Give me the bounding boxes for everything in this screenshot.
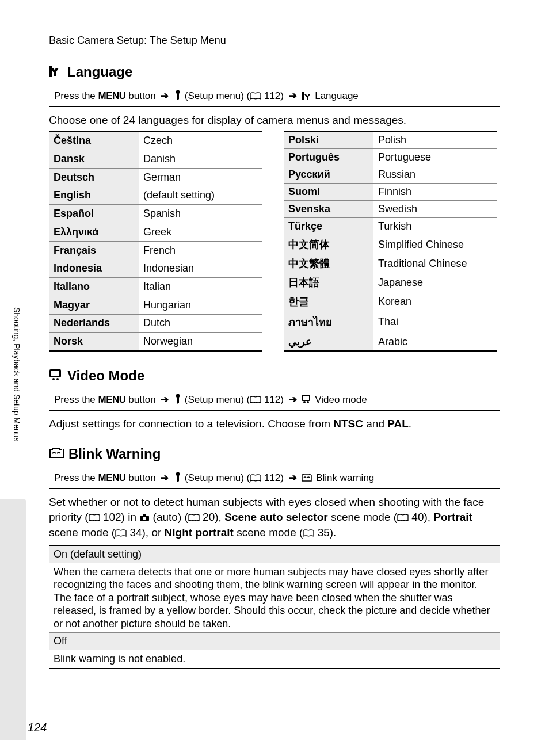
blink-path: Press the MENU button ➔ (Setup menu) ( 1…: [49, 469, 500, 489]
menu-button-label: MENU: [98, 394, 126, 405]
language-heading: Language: [49, 64, 500, 81]
ref: 35: [318, 526, 330, 539]
arrow-icon: ➔: [289, 90, 297, 101]
video-ntsc: NTSC: [333, 418, 363, 430]
blink-text: scene mode (: [328, 511, 397, 523]
lang-english: Polish: [373, 131, 497, 149]
lang-native: Polski: [284, 131, 373, 149]
language-description: Choose one of 24 languages for display o…: [49, 113, 500, 128]
blink-text: scene mode (: [49, 526, 115, 539]
language-table-right: PolskiPolishPortuguêsPortugueseРусскийRu…: [284, 131, 497, 352]
blink-off-desc: Blink warning is not enabled.: [49, 650, 500, 669]
blink-description: Set whether or not to detect human subje…: [49, 495, 500, 541]
lang-native: Italiano: [49, 278, 139, 296]
lang-native: Čeština: [49, 131, 139, 150]
blink-options-table: On (default setting) When the camera det…: [49, 545, 500, 669]
lang-native: 日本語: [284, 273, 373, 292]
svg-rect-7: [303, 396, 309, 400]
ref: 20: [203, 511, 215, 523]
svg-rect-0: [49, 66, 52, 77]
lang-native: Türkçe: [284, 218, 373, 235]
wrench-icon: [174, 394, 182, 408]
camera-icon: [139, 511, 150, 526]
video-heading: Video Mode: [49, 368, 500, 385]
lang-english: Danish: [139, 150, 262, 169]
book-icon: [250, 395, 261, 408]
path-after-button: button: [126, 90, 156, 101]
ref: 34: [129, 526, 142, 539]
lang-native: Norsk: [49, 333, 139, 351]
blink-on-label: On (default setting): [49, 545, 500, 563]
video-path: Press the MENU button ➔ (Setup menu) ( 1…: [49, 391, 500, 411]
lang-native: Nederlands: [49, 314, 139, 333]
lang-native: Suomi: [284, 184, 373, 201]
setup-label: (Setup menu) (: [185, 90, 250, 101]
blink-text: (auto) (: [150, 511, 188, 523]
page-ref: 112: [264, 394, 280, 405]
wrench-icon: [174, 472, 182, 486]
lang-english: Korean: [373, 292, 497, 311]
menu-button-label: MENU: [98, 90, 126, 101]
menu-button-label: MENU: [98, 472, 126, 483]
blink-bold: Scene auto selector: [224, 511, 328, 523]
blink-path-tail: Blink warning: [316, 472, 374, 483]
lang-english: Dutch: [139, 314, 262, 333]
lang-english: Portuguese: [373, 149, 497, 166]
lang-native: Magyar: [49, 296, 139, 314]
lang-native: Svenska: [284, 201, 373, 218]
path-prefix: Press the: [54, 90, 98, 101]
svg-point-12: [143, 517, 146, 520]
arrow-icon: ➔: [161, 394, 169, 405]
blink-tail-icon: [302, 473, 313, 486]
lang-native: English: [49, 186, 139, 205]
lang-english: Traditional Chinese: [373, 254, 497, 273]
lang-english: Greek: [139, 223, 262, 241]
language-tail-icon: [302, 91, 312, 104]
language-icon: [49, 65, 64, 81]
lang-english: Japanese: [373, 273, 497, 292]
page-ref: 112: [264, 472, 280, 483]
svg-rect-1: [302, 92, 304, 100]
svg-rect-11: [143, 514, 146, 516]
video-path-tail: Video mode: [315, 394, 367, 405]
video-tail-icon: [302, 395, 312, 408]
lang-english: (default setting): [139, 186, 262, 205]
arrow-icon: ➔: [289, 472, 297, 483]
lang-english: Hungarian: [139, 296, 262, 314]
book-icon: [188, 511, 200, 526]
language-path-tail: Language: [315, 90, 359, 101]
video-title-text: Video Mode: [67, 368, 144, 383]
lang-native: Português: [284, 149, 373, 166]
blink-bold: Night portrait: [165, 526, 234, 539]
blink-bold: Portrait: [433, 511, 472, 523]
svg-point-4: [52, 378, 55, 380]
arrow-icon: ➔: [161, 90, 169, 101]
video-period: .: [409, 418, 411, 430]
svg-point-5: [56, 378, 59, 380]
language-path: Press the MENU button ➔ (Setup menu) ( 1…: [49, 87, 500, 107]
svg-point-8: [303, 401, 306, 403]
book-icon: [115, 526, 127, 541]
after-ref: ): [280, 90, 284, 101]
language-table-left: ČeštinaCzechDanskDanishDeutschGermanEngl…: [49, 131, 262, 352]
page-ref: 112: [264, 90, 280, 101]
ref: 102: [103, 511, 121, 523]
lang-native: Ελληνικά: [49, 223, 139, 241]
lang-english: Indonesian: [139, 259, 262, 278]
lang-english: Swedish: [373, 201, 497, 218]
path-after-button: button: [126, 472, 156, 483]
video-pal: PAL: [387, 418, 409, 430]
lang-english: Arabic: [373, 333, 497, 352]
svg-rect-3: [51, 371, 59, 376]
after-ref: ): [280, 472, 284, 483]
page-header: Basic Camera Setup: The Setup Menu: [49, 35, 500, 47]
language-tables: ČeštinaCzechDanskDanishDeutschGermanEngl…: [49, 131, 500, 352]
lang-native: Dansk: [49, 150, 139, 169]
path-prefix: Press the: [54, 394, 98, 405]
book-icon: [397, 511, 409, 526]
setup-label: (Setup menu) (: [185, 394, 250, 405]
lang-english: German: [139, 168, 262, 186]
lang-native: Français: [49, 241, 139, 259]
lang-native: Español: [49, 205, 139, 223]
lang-native: ภาษาไทย: [284, 311, 373, 333]
